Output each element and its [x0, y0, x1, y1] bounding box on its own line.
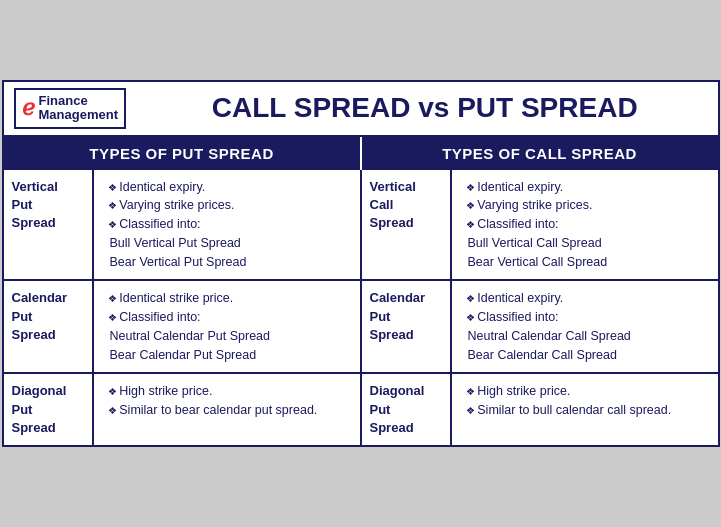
call-subitem-2-2: Bear Calendar Call Spread — [462, 346, 708, 365]
put-subitem-2-1: Neutral Calendar Put Spread — [104, 327, 350, 346]
put-spread-half: VerticalPutSpread Identical expiry. Vary… — [4, 170, 362, 445]
call-bullet-1-1: Identical expiry. — [462, 178, 708, 197]
call-subitem-2-1: Neutral Calendar Call Spread — [462, 327, 708, 346]
put-subitem-1-1: Bull Vertical Put Spread — [104, 234, 350, 253]
call-bullet-2-1: Identical expiry. — [462, 289, 708, 308]
call-label-2: CalendarPutSpread — [362, 281, 452, 372]
put-content-2: Identical strike price. Classified into:… — [94, 281, 360, 372]
call-bullet-2-2: Classified into: — [462, 308, 708, 327]
call-subitem-1-2: Bear Vertical Call Spread — [462, 253, 708, 272]
call-row-1: VerticalCallSpread Identical expiry. Var… — [362, 170, 718, 282]
call-content-1: Identical expiry. Varying strike prices.… — [452, 170, 718, 280]
put-bullet-3-2: Similar to bear calendar put spread. — [104, 401, 350, 420]
main-header: ℯ Finance Management CALL SPREAD vs PUT … — [4, 82, 718, 137]
call-row-2: CalendarPutSpread Identical expiry. Clas… — [362, 281, 718, 374]
call-bullet-1-3: Classified into: — [462, 215, 708, 234]
logo-icon: ℯ — [22, 95, 35, 121]
call-bullet-1-2: Varying strike prices. — [462, 196, 708, 215]
call-bullet-3-2: Similar to bull calendar call spread. — [462, 401, 708, 420]
call-label-1: VerticalCallSpread — [362, 170, 452, 280]
call-bullet-3-1: High strike price. — [462, 382, 708, 401]
put-bullet-1-3: Classified into: — [104, 215, 350, 234]
logo-box: ℯ Finance Management — [14, 88, 126, 129]
put-label-3: DiagonalPutSpread — [4, 374, 94, 445]
put-content-3: High strike price. Similar to bear calen… — [94, 374, 360, 445]
put-row-3: DiagonalPutSpread High strike price. Sim… — [4, 374, 360, 445]
main-container: ℯ Finance Management CALL SPREAD vs PUT … — [2, 80, 720, 447]
put-content-1: Identical expiry. Varying strike prices.… — [94, 170, 360, 280]
logo-line2: Management — [39, 108, 118, 122]
put-bullet-2-1: Identical strike price. — [104, 289, 350, 308]
put-label-2: CalendarPutSpread — [4, 281, 94, 372]
put-spread-header: TYPES OF PUT SPREAD — [4, 137, 362, 170]
put-bullet-1-1: Identical expiry. — [104, 178, 350, 197]
call-content-2: Identical expiry. Classified into: Neutr… — [452, 281, 718, 372]
call-row-3: DiagonalPutSpread High strike price. Sim… — [362, 374, 718, 445]
put-subitem-1-2: Bear Vertical Put Spread — [104, 253, 350, 272]
call-label-3: DiagonalPutSpread — [362, 374, 452, 445]
table-area: VerticalPutSpread Identical expiry. Vary… — [4, 170, 718, 445]
put-subitem-2-2: Bear Calendar Put Spread — [104, 346, 350, 365]
logo-line1: Finance — [39, 94, 118, 108]
put-row-2: CalendarPutSpread Identical strike price… — [4, 281, 360, 374]
call-content-3: High strike price. Similar to bull calen… — [452, 374, 718, 445]
logo-text: Finance Management — [39, 94, 118, 123]
put-label-1: VerticalPutSpread — [4, 170, 94, 280]
call-spread-header: TYPES OF CALL SPREAD — [362, 137, 718, 170]
put-bullet-1-2: Varying strike prices. — [104, 196, 350, 215]
put-bullet-3-1: High strike price. — [104, 382, 350, 401]
page-title: CALL SPREAD vs PUT SPREAD — [142, 92, 708, 124]
section-headers: TYPES OF PUT SPREAD TYPES OF CALL SPREAD — [4, 137, 718, 170]
put-row-1: VerticalPutSpread Identical expiry. Vary… — [4, 170, 360, 282]
call-spread-half: VerticalCallSpread Identical expiry. Var… — [362, 170, 718, 445]
call-subitem-1-1: Bull Vertical Call Spread — [462, 234, 708, 253]
put-bullet-2-2: Classified into: — [104, 308, 350, 327]
